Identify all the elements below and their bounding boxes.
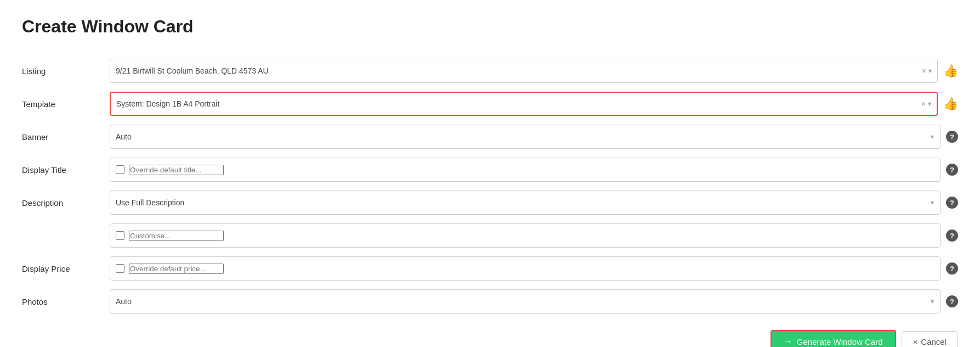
photos-select[interactable]: Auto <box>110 289 941 314</box>
template-value: System: Design 1B A4 Portrait <box>116 99 921 108</box>
description-label: Description <box>22 198 110 208</box>
photos-help-icon[interactable]: ? <box>946 295 958 307</box>
photos-select-wrapper: Auto ▾ <box>110 289 941 314</box>
display-price-input[interactable] <box>129 264 224 274</box>
customise-row: ? <box>22 223 958 248</box>
description-select[interactable]: Use Full Description <box>110 191 941 215</box>
display-title-help-icon[interactable]: ? <box>946 164 958 176</box>
display-price-checkbox[interactable] <box>116 264 124 273</box>
customise-checkbox-field[interactable] <box>110 223 941 248</box>
listing-value: 9/21 Birtwill St Coolum Beach, QLD 4573 … <box>116 66 922 75</box>
description-select-wrapper: Use Full Description ▾ <box>110 191 941 215</box>
listing-label: Listing <box>22 66 110 76</box>
display-price-checkbox-field[interactable] <box>110 256 941 281</box>
generate-button-label: Generate Window Card <box>797 337 883 346</box>
generate-window-card-button[interactable]: → Generate Window Card <box>771 330 896 347</box>
banner-select[interactable]: Auto <box>110 125 941 149</box>
listing-field-wrapper: 9/21 Birtwill St Coolum Beach, QLD 4573 … <box>110 59 958 83</box>
listing-clear-icon[interactable]: × <box>922 66 926 75</box>
photos-row: Photos Auto ▾ ? <box>22 289 958 314</box>
display-price-label: Display Price <box>22 264 110 273</box>
banner-label: Banner <box>22 132 110 142</box>
create-window-card-form: Listing 9/21 Birtwill St Coolum Beach, Q… <box>22 59 958 314</box>
cancel-button-label: Cancel <box>921 337 947 346</box>
banner-select-wrapper: Auto ▾ <box>110 125 941 149</box>
template-row: Template System: Design 1B A4 Portrait ×… <box>22 92 958 116</box>
description-row: Description Use Full Description ▾ ? <box>22 191 958 215</box>
description-field-wrapper: Use Full Description ▾ ? <box>110 191 958 215</box>
listing-dropdown-icon[interactable]: ▾ <box>928 67 932 75</box>
cancel-button[interactable]: × Cancel <box>902 331 958 348</box>
customise-checkbox[interactable] <box>116 231 124 240</box>
template-label: Template <box>22 99 110 109</box>
photos-label: Photos <box>22 297 110 306</box>
customise-help-icon[interactable]: ? <box>946 230 958 242</box>
display-title-checkbox[interactable] <box>116 165 124 174</box>
display-title-label: Display Title <box>22 165 110 175</box>
banner-field-wrapper: Auto ▾ ? <box>110 125 958 149</box>
photos-field-wrapper: Auto ▾ ? <box>110 289 958 314</box>
display-title-row: Display Title ? <box>22 158 958 182</box>
generate-arrow-icon: → <box>784 337 792 346</box>
listing-thumbs-up-icon[interactable]: 👍 <box>943 64 958 78</box>
template-field-wrapper: System: Design 1B A4 Portrait × ▾ 👍 <box>110 92 958 116</box>
listing-row: Listing 9/21 Birtwill St Coolum Beach, Q… <box>22 59 958 83</box>
listing-input-container[interactable]: 9/21 Birtwill St Coolum Beach, QLD 4573 … <box>110 59 938 83</box>
banner-row: Banner Auto ▾ ? <box>22 125 958 149</box>
display-price-field-wrapper: ? <box>110 256 958 281</box>
display-title-checkbox-field[interactable] <box>110 158 941 182</box>
template-clear-icon[interactable]: × <box>921 99 926 108</box>
display-price-help-icon[interactable]: ? <box>946 262 958 275</box>
form-footer: → Generate Window Card × Cancel <box>22 330 958 347</box>
customise-input[interactable] <box>129 231 224 241</box>
display-title-field-wrapper: ? <box>110 158 958 182</box>
template-input-container[interactable]: System: Design 1B A4 Portrait × ▾ <box>110 92 938 116</box>
page-title: Create Window Card <box>22 16 958 37</box>
display-price-row: Display Price ? <box>22 256 958 281</box>
cancel-icon: × <box>913 337 918 346</box>
display-title-input[interactable] <box>129 165 224 175</box>
template-thumbs-up-icon[interactable]: 👍 <box>943 97 958 111</box>
template-dropdown-icon[interactable]: ▾ <box>928 100 931 108</box>
customise-field-wrapper: ? <box>110 223 958 248</box>
banner-help-icon[interactable]: ? <box>946 131 958 143</box>
description-help-icon[interactable]: ? <box>946 197 958 209</box>
